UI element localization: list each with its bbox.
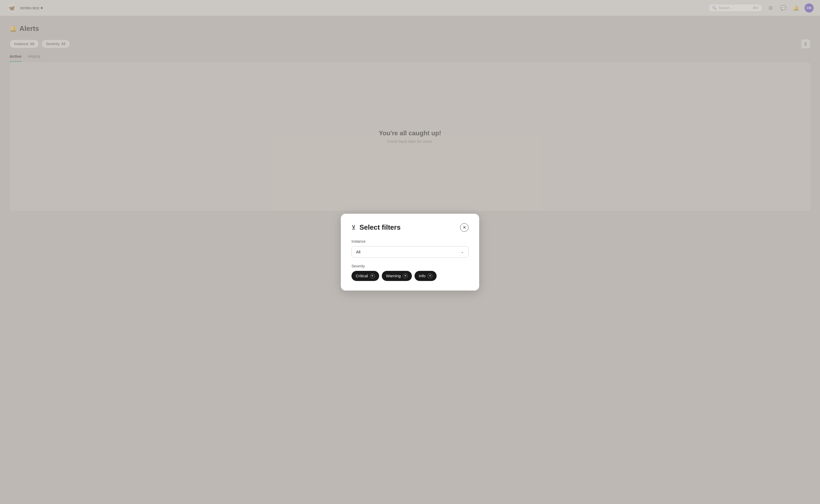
instance-dropdown[interactable]: All ⌄	[352, 246, 468, 258]
chip-warning-label: Warning	[386, 274, 401, 278]
select-filters-modal: ⊻ Select filters ✕ Instance All ⌄ Severi…	[341, 214, 479, 291]
chip-info-label: Info	[419, 274, 425, 278]
modal-overlay[interactable]: ⊻ Select filters ✕ Instance All ⌄ Severi…	[0, 0, 820, 504]
instance-label: Instance	[352, 239, 468, 243]
severity-label: Severity	[352, 264, 468, 268]
severity-chips: Critical ✕ Warning ✕ Info ✕	[352, 271, 468, 281]
chip-critical-close-icon[interactable]: ✕	[370, 274, 375, 278]
modal-funnel-icon: ⊻	[352, 224, 356, 231]
modal-title: Select filters	[359, 223, 456, 232]
instance-dropdown-value: All	[356, 250, 361, 254]
chip-info[interactable]: Info ✕	[415, 271, 437, 281]
chip-warning-close-icon[interactable]: ✕	[403, 274, 408, 278]
chip-critical[interactable]: Critical ✕	[352, 271, 379, 281]
chip-info-close-icon[interactable]: ✕	[428, 274, 432, 278]
chevron-down-icon: ⌄	[461, 250, 464, 254]
chip-warning[interactable]: Warning ✕	[382, 271, 412, 281]
chip-critical-label: Critical	[356, 274, 368, 278]
modal-close-button[interactable]: ✕	[460, 223, 468, 232]
modal-header: ⊻ Select filters ✕	[352, 223, 468, 232]
